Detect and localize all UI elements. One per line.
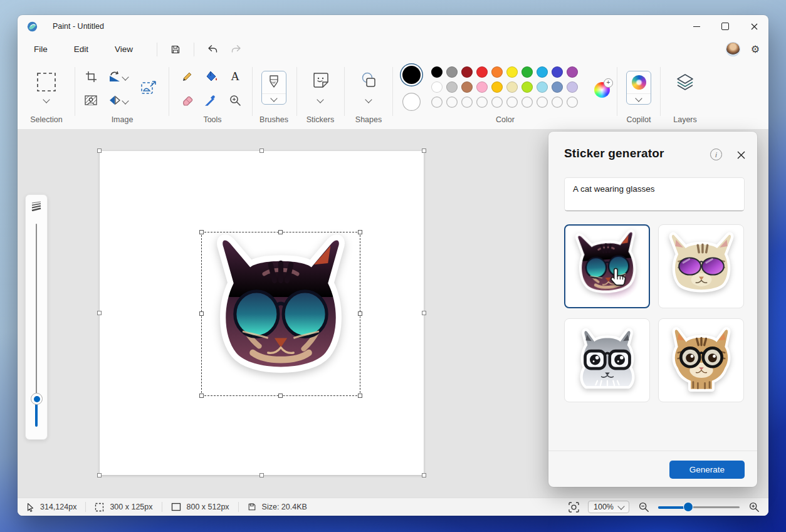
fill-tool-button[interactable] [201,66,222,87]
color-swatch[interactable] [537,66,548,78]
selection-handle[interactable] [199,311,204,316]
empty-color-slot[interactable] [506,96,518,108]
pencil-tool-button[interactable] [177,66,198,87]
color-swatch[interactable] [552,81,563,93]
primary-color-swatch[interactable] [402,66,421,84]
canvas-resize-handle[interactable] [422,311,426,315]
color-swatch[interactable] [537,81,548,93]
empty-color-slot[interactable] [491,96,503,108]
brushes-button[interactable] [261,71,286,105]
canvas-resize-handle[interactable] [259,149,264,153]
zoom-slider[interactable] [658,503,740,511]
selection-tool-button[interactable] [35,71,58,96]
empty-color-slot[interactable] [521,96,533,108]
empty-color-slot[interactable] [476,96,488,108]
chevron-down-icon[interactable] [43,96,50,103]
color-swatch[interactable] [491,66,503,78]
slider-track[interactable] [36,224,37,399]
text-tool-button[interactable]: A [224,66,246,87]
color-swatch[interactable] [506,81,518,93]
copilot-button[interactable] [626,71,651,105]
zoom-out-icon[interactable] [638,501,649,513]
canvas-resize-handle[interactable] [422,149,426,153]
menu-edit[interactable]: Edit [65,41,97,58]
color-swatch[interactable] [431,81,443,93]
fit-to-screen-icon[interactable] [569,502,579,513]
menu-bar: File Edit View ⚙ [18,38,768,61]
secondary-color-swatch[interactable] [402,93,421,111]
selection-handle[interactable] [358,230,362,234]
save-button[interactable] [166,41,185,58]
selection-marquee[interactable] [201,232,360,396]
selection-handle[interactable] [358,311,362,316]
sticker-result-1[interactable] [564,224,650,308]
redo-button[interactable] [227,41,246,58]
settings-gear-icon[interactable]: ⚙ [751,44,760,55]
selection-handle[interactable] [199,394,204,398]
edit-colors-button[interactable]: + [594,82,610,98]
color-swatch[interactable] [446,66,458,78]
selection-handle[interactable] [278,230,283,234]
canvas-resize-handle[interactable] [259,473,264,477]
maximize-button[interactable] [711,15,740,38]
crop-icon [85,71,97,83]
magnifier-tool-button[interactable] [224,90,246,111]
brush-size-slider-thumb[interactable] [31,393,43,405]
color-swatch[interactable] [506,66,518,78]
selection-handle[interactable] [199,230,204,234]
menu-file[interactable]: File [25,41,56,58]
empty-color-slot[interactable] [567,96,578,108]
empty-color-slot[interactable] [552,96,563,108]
account-avatar[interactable] [726,43,740,56]
color-swatch[interactable] [461,81,473,93]
crop-button[interactable] [80,66,102,87]
color-swatch[interactable] [521,81,533,93]
remove-background-button[interactable] [80,90,102,111]
eyedropper-tool-button[interactable] [201,90,222,111]
color-swatch[interactable] [521,66,533,78]
empty-color-slot[interactable] [431,96,443,108]
canvas-resize-handle[interactable] [97,473,102,477]
close-button[interactable] [740,15,768,38]
color-swatch[interactable] [431,66,443,78]
canvas-resize-handle[interactable] [97,149,102,153]
chevron-down-icon[interactable] [317,96,323,103]
sticker-result-3[interactable] [564,318,650,402]
color-swatch[interactable] [446,81,458,93]
color-swatch[interactable] [552,66,563,78]
menu-view[interactable]: View [106,41,142,58]
empty-color-slot[interactable] [446,96,458,108]
empty-color-slot[interactable] [461,96,473,108]
layers-button[interactable] [676,73,694,93]
canvas-resize-handle[interactable] [422,473,426,477]
shapes-button[interactable] [359,71,378,92]
title-bar[interactable]: Paint - Untitled [18,15,768,38]
color-swatch[interactable] [476,81,488,93]
plus-badge-icon: + [604,78,613,88]
drawing-canvas[interactable] [100,151,424,475]
generate-button[interactable]: Generate [669,461,745,479]
color-swatch[interactable] [567,66,578,78]
undo-button[interactable] [203,41,222,58]
eraser-tool-button[interactable] [177,90,198,111]
sticker-result-4[interactable] [658,318,744,402]
zoom-slider-thumb[interactable] [684,503,693,511]
resize-image-button[interactable] [138,77,159,98]
canvas-resize-handle[interactable] [97,311,102,315]
sticker-prompt-input[interactable]: A cat wearing glasses [564,177,745,211]
color-swatch[interactable] [491,81,503,93]
selection-handle[interactable] [278,394,283,398]
stickers-button[interactable] [311,71,330,92]
empty-color-slot[interactable] [537,96,548,108]
selection-handle[interactable] [358,394,362,398]
color-swatch[interactable] [476,66,488,78]
color-swatch[interactable] [567,81,578,93]
panel-close-button[interactable] [735,149,747,161]
chevron-down-icon[interactable] [365,96,372,103]
color-swatch[interactable] [461,66,473,78]
info-icon[interactable]: i [710,149,722,160]
zoom-level-dropdown[interactable]: 100% [588,501,629,513]
minimize-button[interactable] [682,15,711,38]
sticker-result-2[interactable] [658,224,744,308]
zoom-in-icon[interactable] [748,501,760,513]
